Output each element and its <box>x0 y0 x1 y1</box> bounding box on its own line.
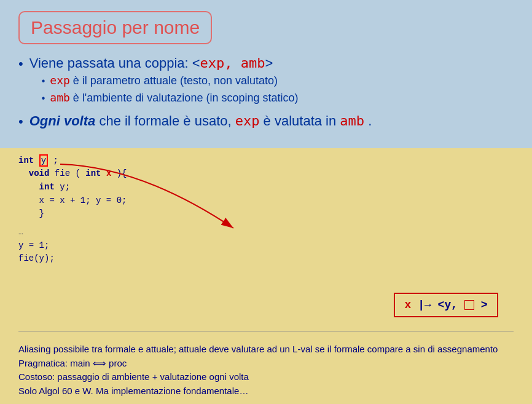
bullet-content-1: Viene passata una coppia: <exp, amb> • e… <box>29 55 299 108</box>
code-line-8: fie(y); <box>18 252 366 266</box>
arrow-sym: |→ <y, <box>418 299 464 311</box>
note-text-2: Pragmatica: main ⟺ proc <box>18 358 127 368</box>
ogni-volta: Ogni volta <box>29 113 96 129</box>
code-line-2: void fie ( int x ){ <box>18 167 366 181</box>
y-assign: y = 1; <box>18 240 49 250</box>
close-angle: > <box>481 299 488 311</box>
title-box: Passaggio per nome <box>18 11 212 44</box>
empty-box <box>464 300 474 310</box>
slide: Passaggio per nome • Viene passata una c… <box>0 0 532 404</box>
bullet-item-2: • Ogni volta che il formale è usato, exp… <box>18 113 514 131</box>
fie-name: fie ( <box>55 168 80 178</box>
arrow-box: x |→ <y, > <box>394 293 499 317</box>
bottom-section: Aliasing possibile tra formale e attuale… <box>0 340 532 404</box>
note-1: Aliasing possibile tra formale e attuale… <box>18 343 514 357</box>
kw-int-2: int <box>85 168 101 178</box>
note-2: Pragmatica: main ⟺ proc <box>18 357 514 371</box>
note-text-1: Aliasing possibile tra formale e attuale… <box>18 344 498 354</box>
bullet-dot-2: • <box>18 113 23 131</box>
bullet-end: . <box>368 113 372 129</box>
note-text-4: Solo Algol 60 e W. Ma implementazione fo… <box>18 386 248 396</box>
kw-void: void <box>29 168 50 178</box>
fie-call: fie(y); <box>18 253 55 263</box>
y-var: y; <box>60 182 70 192</box>
code-line-3: int y; <box>18 181 366 194</box>
kw-int-1: int <box>18 156 34 165</box>
paren-close: ){ <box>117 168 127 178</box>
code-ellipsis: … <box>18 226 366 239</box>
bullet-dot-1: • <box>18 55 23 73</box>
code-line-5: } <box>18 207 366 221</box>
code-line-7: y = 1; <box>18 239 366 253</box>
bullet-rest-2: è valutata in <box>264 113 340 129</box>
slide-title: Passaggio per nome <box>31 17 200 38</box>
code-line-4: x = x + 1; y = 0; <box>18 194 366 208</box>
code-line-1: int y ; <box>18 154 366 168</box>
separator-line <box>18 331 514 331</box>
code-block: int y ; void fie ( int x ){ int y; <box>18 154 366 330</box>
sub-dot-2: • <box>42 91 45 106</box>
code-area: int y ; void fie ( int x ){ int y; <box>18 154 514 330</box>
note-4: Solo Algol 60 e W. Ma implementazione fo… <box>18 384 514 398</box>
sub-item-2: • amb è l'ambiente di valutazione (in sc… <box>42 91 299 106</box>
sub-item-1: • exp è il parametro attuale (testo, non… <box>42 74 299 89</box>
bullet-content-2: Ogni volta che il formale è usato, exp è… <box>29 113 372 129</box>
ellipsis-text: … <box>18 228 23 237</box>
top-section: Passaggio per nome • Viene passata una c… <box>0 0 532 148</box>
bullet-list: • Viene passata una coppia: <exp, amb> •… <box>18 55 514 131</box>
assign-line: x = x + 1; y = 0; <box>39 196 127 205</box>
bullet-text-1: Viene passata una coppia: <exp, amb> <box>29 55 273 71</box>
sub-text-2: amb è l'ambiente di valutazione (in scop… <box>50 91 298 105</box>
highlight-y: y <box>39 154 48 167</box>
sub-text-1: exp è il parametro attuale (testo, non v… <box>50 74 278 87</box>
note-text-3: Costoso: passaggio di ambiente + valutaz… <box>18 371 249 382</box>
diagram-area: x |→ <y, > <box>378 154 514 330</box>
middle-section: int y ; void fie ( int x ){ int y; <box>0 148 532 340</box>
note-3: Costoso: passaggio di ambiente + valutaz… <box>18 370 514 384</box>
kw-int-3: int <box>39 182 55 192</box>
semi-1: ; <box>53 156 58 165</box>
highlight-x: x <box>106 168 111 178</box>
amb-ref: amb <box>340 113 364 129</box>
close-brace: } <box>39 208 44 218</box>
x-label: x <box>405 299 412 311</box>
bullet-rest-1: che il formale è usato, <box>99 113 235 129</box>
exp-ref: exp <box>235 113 260 129</box>
bullet-item-1: • Viene passata una coppia: <exp, amb> •… <box>18 55 514 108</box>
sub-list-1: • exp è il parametro attuale (testo, non… <box>42 74 299 106</box>
sub-dot-1: • <box>42 74 45 89</box>
